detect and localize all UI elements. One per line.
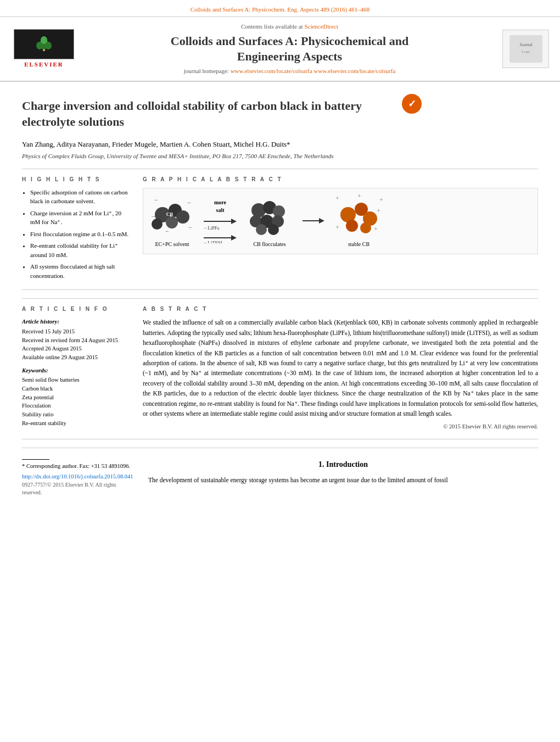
arrow-section-2 [303,215,324,226]
svg-point-14 [152,219,163,230]
svg-text:−: − [154,196,158,204]
list-item: First flocculation regime at 0.1–0.5 mM. [30,230,132,239]
ec-pc-cluster-icon: − − − − − CB [149,194,195,235]
right-logo-icon: Journal Logo [509,35,542,63]
highlights-column: H I G H L I G H T S Specific adsorption … [22,176,132,283]
contents-available-line: Contents lists available at ScienceDirec… [82,23,497,31]
footnote-column: * Corresponding author. Fax: +31 53 4891… [22,459,132,496]
journal-top-bar: Colloids and Surfaces A: Physicochem. En… [0,0,560,17]
svg-point-12 [166,216,178,228]
svg-text:Journal: Journal [519,42,533,47]
svg-text:+: + [335,224,339,231]
svg-rect-5 [509,35,542,63]
svg-marker-25 [231,235,237,241]
journal-citation-link[interactable]: Colloids and Surfaces A: Physicochem. En… [191,6,370,13]
graphical-diagram: − − − − − CB EC+PC solvent moresalt [143,188,538,254]
highlights-graphical-section: H I G H L I G H T S Specific adsorption … [22,169,538,291]
svg-text:✓: ✓ [408,98,416,109]
stable-cb-section: + + + + + + stable CB [333,194,385,248]
arrow-section: moresalt − LiPF₆ − LiTFSI [204,199,237,243]
list-item: All systems flocculated at high salt con… [30,262,132,280]
graphical-abstract-column: G R A P H I C A L A B S T R A C T − − [143,176,538,283]
abstract-column: A B S T R A C T We studied the influence… [143,305,538,432]
svg-text:−: − [152,213,155,220]
keyword-6: Re-entrant stability [22,419,132,428]
abstract-label: A B S T R A C T [143,305,538,313]
crossmark-icon[interactable]: ✓ [401,93,423,115]
journal-homepage: journal homepage: www.elsevier.com/locat… [82,67,497,75]
svg-text:− LiPF₆: − LiPF₆ [204,225,220,231]
right-journal-logo: Journal Logo [502,30,549,68]
ec-pc-label: EC+PC solvent [155,241,189,248]
svg-text:+: + [374,225,378,233]
journal-header: ELSEVIER Contents lists available at Sci… [0,17,560,82]
svg-marker-22 [231,219,237,224]
journal-homepage-link[interactable]: www.elsevier.com/locate/colsurfa [231,68,312,74]
arrow2-icon: − LiTFSI [204,232,237,243]
ec-pc-section: − − − − − CB EC+PC solvent [149,194,195,248]
available-date: Available online 29 August 2015 [22,353,132,362]
stable-cb-icon: + + + + + + [333,194,385,235]
cb-flocculates-label: CB flocculates [253,241,285,248]
article-title-row: Charge inversion and colloidal stability… [22,90,538,135]
keyword-2: Carbon black [22,384,132,393]
keyword-5: Stability ratio [22,410,132,419]
svg-text:− LiTFSI: − LiTFSI [204,240,222,243]
received-date: Received 15 July 2015 [22,327,132,336]
intro-text: The development of sustainable energy st… [148,475,538,485]
svg-marker-36 [319,218,324,224]
cb-flocculates-section: CB flocculates [245,194,294,248]
elsevier-logo-image [14,29,74,59]
list-item: Re-entrant colloidal stability for Li⁺ a… [30,241,132,259]
svg-text:+: + [357,194,361,200]
more-salt-label: moresalt [214,199,226,214]
elsevier-logo: ELSEVIER [11,29,77,69]
authors: Yan Zhang, Aditya Narayanan, Frieder Mug… [22,140,538,149]
svg-text:Logo: Logo [522,49,530,54]
svg-point-40 [346,220,358,232]
corresponding-author: * Corresponding author. Fax: +31 53 4891… [22,462,132,471]
svg-point-33 [256,224,267,235]
svg-text:CB: CB [166,211,173,217]
svg-text:+: + [335,194,339,202]
keywords-group: Keywords: Semi solid flow batteries Carb… [22,366,132,428]
elsevier-wordmark: ELSEVIER [24,60,64,69]
affiliation: Physics of Complex Fluids Group, Univers… [22,152,538,160]
article-info-label: A R T I C L E I N F O [22,305,132,313]
revised-date: Received in revised form 24 August 2015 [22,336,132,345]
highlights-list: Specific adsorption of cations on carbon… [22,188,132,281]
issn-line: 0927-7757/© 2015 Elsevier B.V. All right… [22,481,132,496]
accepted-date: Accepted 26 August 2015 [22,344,132,353]
doi-link[interactable]: http://dx.doi.org/10.1016/j.colsurfa.201… [22,473,133,479]
keyword-3: Zeta potential [22,393,132,402]
list-item: Charge inversion at 2 mM for Li⁺, 20 mM … [30,209,132,227]
stable-cb-label: stable CB [348,241,369,248]
section-divider [22,448,538,448]
copyright-line: © 2015 Elsevier B.V. All rights reserved… [143,423,538,431]
info-abstract-section: A R T I C L E I N F O Article history: R… [22,298,538,439]
cb-flocculates-icon [245,194,294,235]
article-info-column: A R T I C L E I N F O Article history: R… [22,305,132,432]
keyword-1: Semi solid flow batteries [22,376,132,384]
intro-title: 1. Introduction [148,459,538,470]
svg-text:+: + [377,207,380,215]
article-title: Charge inversion and colloidal stability… [22,98,395,130]
journal-header-center: Contents lists available at ScienceDirec… [82,23,497,75]
arrow3-icon [303,215,324,226]
footnote-rule [22,459,49,460]
abstract-text: We studied the influence of salt on a co… [143,317,538,419]
svg-text:−: − [165,227,169,235]
svg-text:−: − [188,224,192,231]
highlights-label: H I G H L I G H T S [22,176,132,183]
svg-point-34 [268,224,279,235]
introduction-column: 1. Introduction The development of susta… [148,459,538,496]
list-item: Specific adsorption of cations on carbon… [30,188,132,206]
svg-point-13 [176,210,189,224]
arrow-icon: − LiPF₆ [204,216,237,232]
svg-text:+: + [379,196,383,204]
keyword-4: Flocculation [22,401,132,410]
bottom-section: * Corresponding author. Fax: +31 53 4891… [22,454,538,496]
keywords-heading: Keywords: [22,366,132,375]
journal-title: Colloids and Surfaces A: Physicochemical… [82,34,497,65]
svg-point-41 [360,222,371,233]
